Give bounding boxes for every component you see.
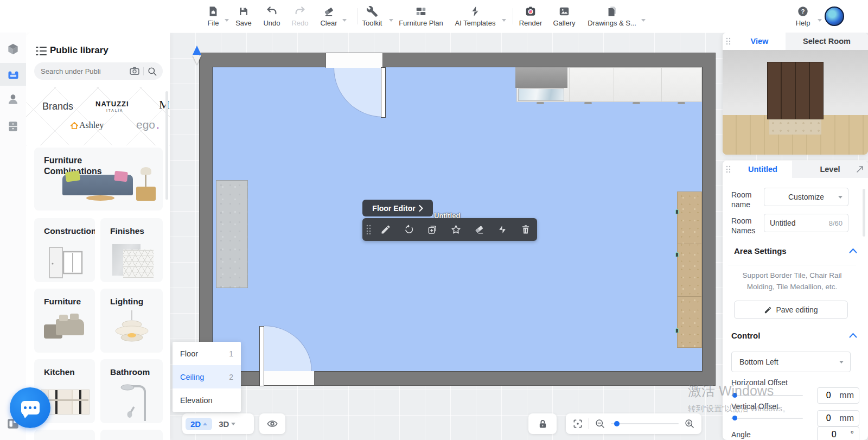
brand-ego-logo[interactable]: ego — [136, 118, 155, 131]
vertical-offset-input[interactable]: 0 mm — [817, 410, 859, 426]
rail-item-design[interactable] — [0, 38, 26, 61]
drag-handle[interactable] — [723, 33, 733, 50]
horizontal-offset-slider[interactable] — [731, 395, 803, 396]
expand-icon[interactable] — [856, 165, 864, 173]
card-bathroom[interactable]: Bathroom — [100, 359, 163, 423]
erase-button[interactable] — [467, 218, 490, 241]
card-furniture[interactable]: Furniture — [34, 289, 95, 353]
edit-button[interactable] — [374, 218, 398, 241]
door-opening-bottom[interactable] — [262, 371, 315, 385]
camera-search-icon[interactable] — [129, 66, 140, 76]
view-panel-tabs: View Select Room — [723, 33, 868, 50]
room-name-label: Room name — [731, 190, 762, 209]
cushion-art — [59, 315, 68, 321]
wardrobe-plan[interactable] — [677, 192, 702, 348]
search-icon[interactable] — [147, 66, 157, 76]
svg-text:?: ? — [801, 8, 805, 15]
chat-dot — [34, 406, 36, 409]
cooktop[interactable] — [518, 88, 564, 101]
room-3d-preview[interactable] — [723, 50, 868, 155]
slider-handle[interactable] — [732, 416, 737, 420]
room-names-input[interactable]: Untitled 8/60 — [764, 214, 848, 232]
search-input[interactable] — [40, 67, 126, 76]
cabinet-handle — [633, 102, 640, 104]
library-title: Public library — [50, 45, 108, 56]
slider-handle[interactable] — [732, 393, 737, 398]
zoom-out-icon[interactable] — [595, 418, 605, 429]
angle-value: 0 — [818, 430, 851, 439]
floor-editor-button[interactable]: Floor Editor — [362, 200, 433, 216]
anchor-select[interactable]: Bottom Left — [731, 352, 851, 372]
gallery-label: Gallery — [553, 19, 575, 27]
zoom-in-icon[interactable] — [684, 418, 695, 429]
library-scrollbar[interactable] — [165, 91, 168, 200]
mode-2d-button[interactable]: 2D — [186, 418, 212, 430]
rail-item-storage[interactable] — [0, 115, 26, 138]
lock-button[interactable] — [528, 413, 557, 434]
drag-handle[interactable] — [362, 218, 374, 241]
door-leaf-bottom[interactable] — [259, 326, 264, 386]
clear-label: Clear — [320, 19, 337, 27]
visibility-button[interactable] — [259, 413, 285, 434]
pave-editing-button[interactable]: Pave editing — [734, 301, 848, 319]
card-furniture-combinations[interactable]: Furniture Combinations — [34, 148, 163, 211]
toolkit-label: Toolkit — [362, 19, 382, 27]
angle-input[interactable]: 0 ° — [817, 426, 859, 440]
range-hood[interactable] — [515, 67, 567, 88]
person-icon — [6, 92, 20, 106]
menu-item-floor[interactable]: Floor 1 — [173, 342, 241, 365]
tab-select-room[interactable]: Select Room — [786, 33, 868, 50]
chevron-up-icon[interactable] — [849, 333, 857, 338]
rail-item-account[interactable] — [0, 88, 26, 111]
room-name-select[interactable]: Customize — [764, 188, 848, 206]
brand-ashley-logo[interactable]: Ashley — [79, 120, 104, 130]
brand-natuzzi-logo[interactable]: NATUZZI — [95, 100, 129, 108]
mode-3d-label: 3D — [219, 419, 229, 429]
control-header[interactable]: Control — [731, 331, 859, 341]
chevron-up-icon[interactable] — [849, 248, 857, 253]
card-finishes[interactable]: Finishes — [100, 218, 163, 282]
help-button[interactable]: ? Help — [773, 4, 833, 27]
ai-templates-button[interactable]: AI Templates — [445, 4, 505, 27]
drawings-button[interactable]: Drawings & S... — [582, 4, 642, 27]
hex-tile-art — [123, 250, 154, 278]
mode-3d-button[interactable]: 3D — [216, 418, 238, 430]
door-leaf-top[interactable] — [381, 67, 386, 118]
horizontal-offset-input[interactable]: 0 mm — [817, 387, 859, 404]
window-left[interactable] — [216, 180, 248, 288]
card-partial[interactable] — [100, 430, 163, 440]
panel-scrollbar[interactable] — [863, 189, 865, 237]
furniture-plan-button[interactable]: Furniture Plan — [391, 4, 451, 27]
tab-untitled[interactable]: Untitled — [733, 161, 792, 178]
card-construction[interactable]: Construction — [34, 218, 95, 282]
zoom-slider[interactable] — [611, 423, 679, 424]
card-title: Lighting — [110, 296, 143, 307]
chat-support-button[interactable] — [10, 387, 50, 428]
angle-unit: ° — [851, 430, 854, 439]
zoom-slider-handle[interactable] — [614, 421, 620, 426]
door-opening-top[interactable] — [326, 53, 383, 68]
drag-handle[interactable] — [723, 161, 733, 178]
delete-button[interactable] — [514, 218, 537, 241]
duplicate-button[interactable] — [421, 218, 444, 241]
brand-minotti-logo[interactable]: Mi — [159, 98, 170, 112]
vertical-offset-slider[interactable] — [731, 418, 803, 419]
tab-view[interactable]: View — [733, 33, 786, 50]
area-settings-hint: Support Border Tile, Chair Rail Molding,… — [731, 270, 853, 293]
rotate-button[interactable] — [398, 218, 421, 241]
area-settings-header[interactable]: Area Settings — [731, 246, 859, 256]
chevron-right-icon — [419, 205, 423, 212]
cushion-art — [70, 314, 79, 320]
fit-screen-icon[interactable] — [572, 418, 583, 429]
rail-item-library[interactable] — [0, 63, 26, 86]
list-menu-icon[interactable] — [35, 46, 47, 56]
avatar[interactable] — [825, 7, 844, 26]
eraser-icon — [474, 224, 484, 235]
favorite-button[interactable] — [444, 218, 468, 241]
menu-item-ceiling[interactable]: Ceiling 2 — [173, 365, 241, 388]
flip-button[interactable] — [490, 218, 514, 241]
card-lighting[interactable]: Lighting — [100, 289, 163, 353]
card-partial[interactable] — [34, 430, 95, 440]
brands-section[interactable]: Brands NATUZZI ITALIA Mi Ashley ego . — [26, 87, 170, 145]
menu-item-elevation[interactable]: Elevation — [173, 388, 241, 412]
